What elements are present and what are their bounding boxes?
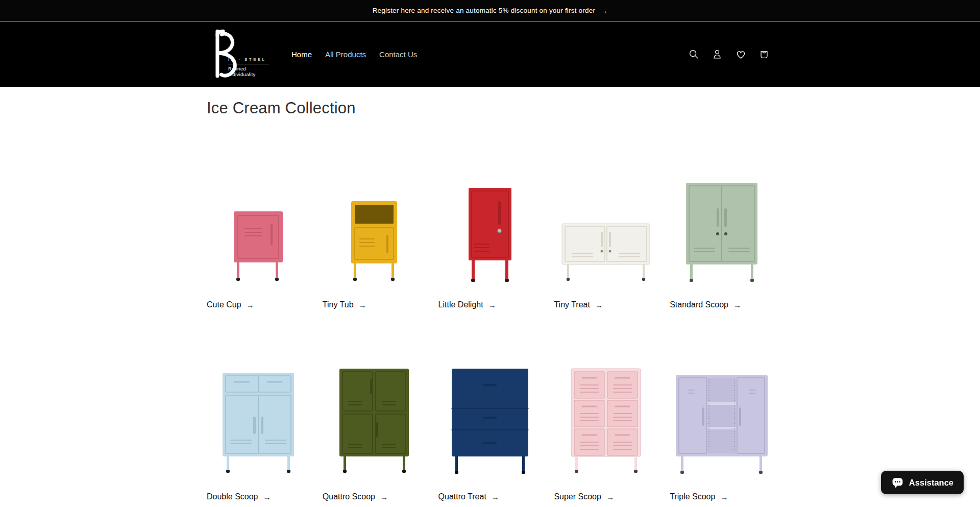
- product-link[interactable]: Tiny Treat →: [554, 300, 657, 309]
- site-header: IN · STEEL Refined Individuality HomeAll…: [0, 21, 980, 87]
- arrow-right-icon: →: [600, 7, 607, 15]
- product-card: Triple Scoop →: [670, 340, 773, 501]
- announcement-text: Register here and receive an automatic 5…: [373, 7, 595, 14]
- main-nav: HomeAll ProductsContact Us: [291, 50, 417, 59]
- arrow-right-icon: →: [492, 493, 499, 501]
- chat-widget-label: Assistance: [909, 478, 953, 488]
- arrow-right-icon: →: [595, 301, 603, 309]
- nav-item-contact-us[interactable]: Contact Us: [379, 50, 417, 59]
- product-image-triple-scoop[interactable]: [670, 340, 773, 479]
- arrow-right-icon: →: [733, 301, 741, 309]
- product-title: Little Delight: [438, 300, 483, 309]
- product-title: Super Scoop: [554, 492, 601, 501]
- product-title: Double Scoop: [207, 492, 258, 501]
- logo-divider: [228, 64, 269, 64]
- product-title: Tiny Treat: [554, 300, 590, 309]
- search-icon[interactable]: [684, 45, 703, 63]
- product-card: Quattro Scoop →: [323, 340, 426, 501]
- product-image-standard-scoop[interactable]: [670, 148, 773, 287]
- product-link[interactable]: Standard Scoop →: [670, 300, 773, 309]
- logo-tagline-1: Refined: [228, 66, 269, 71]
- product-title: Quattro Scoop: [323, 492, 375, 501]
- product-image-tiny-tub[interactable]: [323, 148, 426, 287]
- logo-brand: IN · STEEL: [228, 57, 269, 62]
- arrow-right-icon: →: [488, 301, 496, 309]
- product-link[interactable]: Double Scoop →: [207, 492, 310, 501]
- product-link[interactable]: Triple Scoop →: [670, 492, 773, 501]
- arrow-right-icon: →: [380, 493, 388, 501]
- product-link[interactable]: Little Delight →: [438, 300, 542, 309]
- logo-text: IN · STEEL Refined Individuality: [228, 57, 269, 78]
- product-image-double-scoop[interactable]: [207, 340, 310, 479]
- logo-tagline-2: Individuality: [228, 71, 269, 77]
- product-card: Tiny Treat →: [554, 148, 657, 309]
- product-grid: Cute Cup → Tiny Tub → Little Delight → T…: [207, 148, 773, 501]
- chat-bubble-icon: [891, 476, 904, 489]
- product-image-tiny-treat[interactable]: [554, 148, 657, 287]
- arrow-right-icon: →: [606, 493, 614, 501]
- product-card: Little Delight →: [438, 148, 542, 309]
- product-title: Quattro Treat: [438, 492, 486, 501]
- product-link[interactable]: Quattro Treat →: [438, 492, 542, 501]
- product-link[interactable]: Quattro Scoop →: [323, 492, 426, 501]
- arrow-right-icon: →: [247, 301, 254, 309]
- product-card: Double Scoop →: [207, 340, 310, 501]
- product-card: Super Scoop →: [554, 340, 657, 501]
- product-title: Standard Scoop: [670, 300, 728, 309]
- product-card: Standard Scoop →: [670, 148, 773, 309]
- product-image-super-scoop[interactable]: [554, 340, 657, 479]
- cart-icon[interactable]: [755, 45, 773, 63]
- wishlist-heart-icon[interactable]: [731, 45, 750, 63]
- product-link[interactable]: Super Scoop →: [554, 492, 657, 501]
- nav-item-home[interactable]: Home: [291, 50, 312, 59]
- announcement-bar: Register here and receive an automatic 5…: [0, 0, 980, 21]
- product-title: Cute Cup: [207, 300, 241, 309]
- product-title: Triple Scoop: [670, 492, 715, 501]
- product-image-quattro-treat[interactable]: [438, 340, 542, 479]
- product-image-quattro-scoop[interactable]: [323, 340, 426, 479]
- arrow-right-icon: →: [720, 493, 728, 501]
- product-link[interactable]: Cute Cup →: [207, 300, 310, 309]
- arrow-right-icon: →: [359, 301, 366, 309]
- product-title: Tiny Tub: [323, 300, 354, 309]
- account-icon[interactable]: [708, 45, 726, 63]
- product-image-cute-cup[interactable]: [207, 148, 310, 287]
- product-link[interactable]: Tiny Tub →: [323, 300, 426, 309]
- page-title: Ice Cream Collection: [207, 98, 773, 118]
- arrow-right-icon: →: [263, 493, 271, 501]
- product-card: Quattro Treat →: [438, 340, 542, 501]
- announcement-link[interactable]: Register here and receive an automatic 5…: [373, 7, 608, 15]
- product-image-little-delight[interactable]: [438, 148, 542, 287]
- chat-widget-button[interactable]: Assistance: [881, 471, 964, 494]
- header-icons: [684, 45, 773, 63]
- main-content: Ice Cream Collection Cute Cup → Tiny Tub…: [207, 98, 773, 501]
- product-card: Cute Cup →: [207, 148, 310, 309]
- store-logo[interactable]: IN · STEEL Refined Individuality: [207, 28, 268, 80]
- product-card: Tiny Tub →: [323, 148, 426, 309]
- nav-item-all-products[interactable]: All Products: [325, 50, 366, 59]
